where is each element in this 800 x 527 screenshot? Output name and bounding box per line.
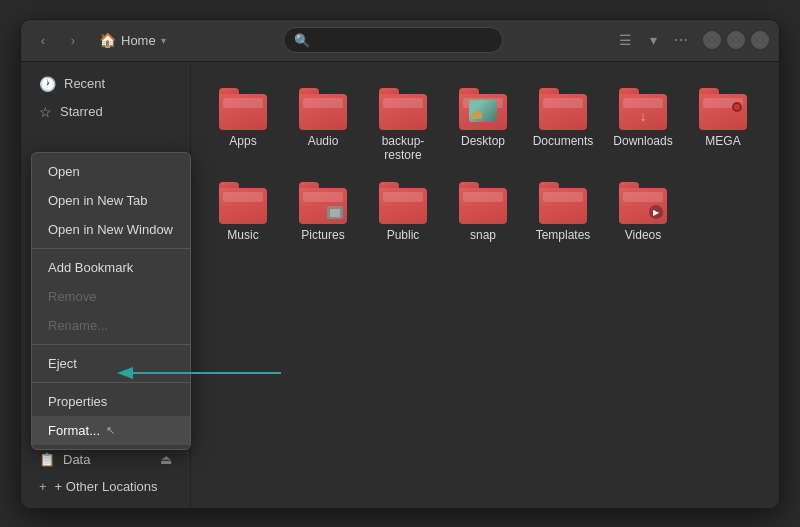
starred-icon: ☆ xyxy=(39,104,52,120)
folder-label-documents: Documents xyxy=(533,134,594,148)
close-button[interactable]: ✕ xyxy=(751,31,769,49)
list-view-button[interactable]: ☰ xyxy=(613,28,637,52)
titlebar: ‹ › 🏠 Home ▾ 🔍 ☰ ▾ ⋯ ─ □ ✕ xyxy=(21,20,779,62)
context-menu: Open Open in New Tab Open in New Window … xyxy=(31,152,191,450)
home-breadcrumb[interactable]: 🏠 Home ▾ xyxy=(91,28,174,52)
ctx-properties[interactable]: Properties xyxy=(32,387,190,416)
folder-pictures[interactable]: Pictures xyxy=(287,176,359,248)
menu-button[interactable]: ⋯ xyxy=(669,28,693,52)
folder-icon-snap xyxy=(459,182,507,224)
folder-desktop[interactable]: Desktop xyxy=(447,82,519,169)
plus-icon: + xyxy=(39,479,47,494)
titlebar-left: ‹ › 🏠 Home ▾ xyxy=(31,28,174,52)
folder-label-snap: snap xyxy=(470,228,496,242)
folder-documents[interactable]: Documents xyxy=(527,82,599,169)
folder-icon-templates xyxy=(539,182,587,224)
folder-videos[interactable]: ▶ Videos xyxy=(607,176,679,248)
sidebar: 🕐 Recent ☆ Starred Open Open in New Tab … xyxy=(21,62,191,508)
cursor-glyph: ↖ xyxy=(106,424,115,437)
breadcrumb-dropdown-icon: ▾ xyxy=(161,35,166,46)
sort-button[interactable]: ▾ xyxy=(641,28,665,52)
folder-label-music: Music xyxy=(227,228,258,242)
home-icon: 🏠 xyxy=(99,32,116,48)
ctx-eject[interactable]: Eject xyxy=(32,349,190,378)
folder-downloads[interactable]: ↓ Downloads xyxy=(607,82,679,169)
minimize-button[interactable]: ─ xyxy=(703,31,721,49)
window-controls: ─ □ ✕ xyxy=(703,31,769,49)
ctx-divider-1 xyxy=(32,248,190,249)
folder-icon-desktop xyxy=(459,88,507,130)
ctx-format[interactable]: Format... ↖ xyxy=(32,416,190,445)
search-icon: 🔍 xyxy=(294,33,310,48)
ctx-open-new-tab[interactable]: Open in New Tab xyxy=(32,186,190,215)
folder-label-downloads: Downloads xyxy=(613,134,672,148)
folder-label-public: Public xyxy=(387,228,420,242)
sidebar-item-recent[interactable]: 🕐 Recent xyxy=(25,70,186,98)
sidebar-starred-label: Starred xyxy=(60,104,103,119)
files-grid: Apps Audio xyxy=(207,82,763,249)
folder-icon-mega xyxy=(699,88,747,130)
search-box[interactable]: 🔍 xyxy=(283,27,503,53)
folder-label-backup: backup-restore xyxy=(371,134,435,163)
ctx-rename: Rename... xyxy=(32,311,190,340)
folder-label-pictures: Pictures xyxy=(301,228,344,242)
folder-icon-audio xyxy=(299,88,347,130)
folder-public[interactable]: Public xyxy=(367,176,439,248)
back-button[interactable]: ‹ xyxy=(31,28,55,52)
ctx-open[interactable]: Open xyxy=(32,157,190,186)
folder-mega[interactable]: MEGA xyxy=(687,82,759,169)
folder-audio[interactable]: Audio xyxy=(287,82,359,169)
folder-apps[interactable]: Apps xyxy=(207,82,279,169)
sidebar-item-starred[interactable]: ☆ Starred xyxy=(25,98,186,126)
main-area: 🕐 Recent ☆ Starred Open Open in New Tab … xyxy=(21,62,779,508)
format-label: Format... xyxy=(48,423,100,438)
folder-music[interactable]: Music xyxy=(207,176,279,248)
folder-label-mega: MEGA xyxy=(705,134,740,148)
folder-label-templates: Templates xyxy=(536,228,591,242)
folder-label-apps: Apps xyxy=(229,134,256,148)
folder-icon-backup xyxy=(379,88,427,130)
folder-icon-downloads: ↓ xyxy=(619,88,667,130)
folder-icon-apps xyxy=(219,88,267,130)
folder-icon-public xyxy=(379,182,427,224)
sidebar-data-left: 📋 Data xyxy=(39,452,90,467)
home-label: Home xyxy=(121,33,156,48)
sidebar-other-locations-label: + Other Locations xyxy=(55,479,158,494)
file-manager-window: ‹ › 🏠 Home ▾ 🔍 ☰ ▾ ⋯ ─ □ ✕ xyxy=(20,19,780,509)
files-area: Apps Audio xyxy=(191,62,779,508)
ctx-divider-3 xyxy=(32,382,190,383)
ctx-remove: Remove xyxy=(32,282,190,311)
folder-icon-documents xyxy=(539,88,587,130)
forward-button[interactable]: › xyxy=(61,28,85,52)
folder-snap[interactable]: snap xyxy=(447,176,519,248)
sidebar-item-other-locations[interactable]: + + Other Locations xyxy=(25,473,186,500)
folder-label-audio: Audio xyxy=(308,134,339,148)
folder-icon-pictures xyxy=(299,182,347,224)
folder-label-desktop: Desktop xyxy=(461,134,505,148)
recent-icon: 🕐 xyxy=(39,76,56,92)
maximize-button[interactable]: □ xyxy=(727,31,745,49)
ctx-divider-2 xyxy=(32,344,190,345)
folder-icon-music xyxy=(219,182,267,224)
sidebar-recent-label: Recent xyxy=(64,76,105,91)
folder-backup-restore[interactable]: backup-restore xyxy=(367,82,439,169)
folder-templates[interactable]: Templates xyxy=(527,176,599,248)
sidebar-data-label: Data xyxy=(63,452,90,467)
eject-icon[interactable]: ⏏ xyxy=(160,452,172,467)
folder-label-videos: Videos xyxy=(625,228,661,242)
data-icon: 📋 xyxy=(39,452,55,467)
ctx-add-bookmark[interactable]: Add Bookmark xyxy=(32,253,190,282)
sidebar-item-data[interactable]: 📋 Data ⏏ xyxy=(25,446,186,473)
ctx-open-new-window[interactable]: Open in New Window xyxy=(32,215,190,244)
titlebar-center: 🔍 xyxy=(174,27,613,53)
folder-icon-videos: ▶ xyxy=(619,182,667,224)
titlebar-right: ☰ ▾ ⋯ ─ □ ✕ xyxy=(613,28,769,52)
